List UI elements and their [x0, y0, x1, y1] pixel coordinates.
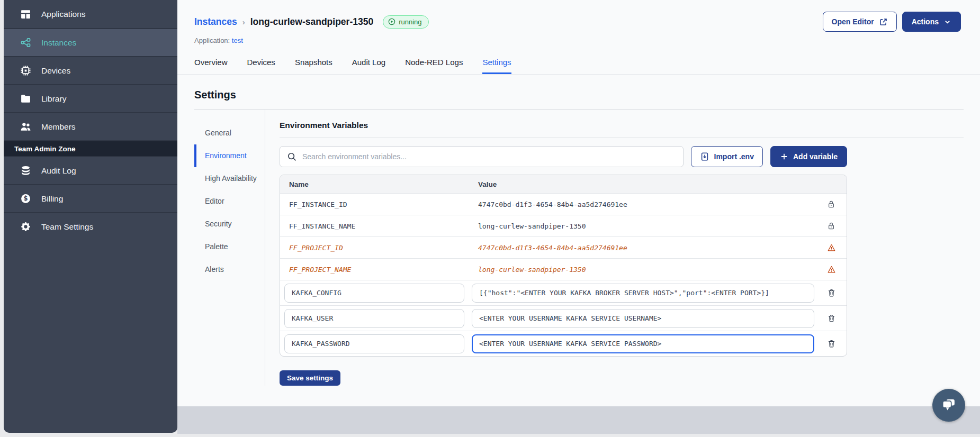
members-icon — [20, 121, 31, 132]
env-var-name: FF_INSTANCE_ID — [280, 201, 469, 208]
table-row: FF_INSTANCE_NAME long-curlew-sandpiper-1… — [280, 215, 847, 236]
column-header-value: Value — [469, 180, 816, 188]
application-link[interactable]: test — [232, 37, 243, 44]
library-folder-icon — [20, 93, 31, 104]
delete-variable-button[interactable] — [826, 287, 837, 298]
tab-audit-log[interactable]: Audit Log — [352, 58, 385, 74]
table-row: FF_PROJECT_ID 4747c0bd-d1f3-4654-84b4-aa… — [280, 236, 847, 258]
env-variables-table: Name Value FF_INSTANCE_ID 4747c0bd-d1f3-… — [280, 175, 847, 357]
application-line: Application: test — [194, 37, 961, 44]
play-circle-icon — [388, 18, 395, 25]
bottom-strip — [177, 406, 980, 434]
actions-button[interactable]: Actions — [902, 12, 961, 32]
sidebar-item-label: Team Settings — [41, 222, 93, 232]
instance-tabs: Overview Devices Snapshots Audit Log Nod… — [177, 44, 980, 75]
env-var-name: FF_PROJECT_ID — [280, 244, 469, 252]
tab-devices[interactable]: Devices — [247, 58, 275, 74]
table-row — [280, 331, 847, 356]
sidebar-item-devices[interactable]: Devices — [4, 56, 177, 84]
sidebar-item-instances[interactable]: Instances — [4, 28, 177, 56]
env-var-value: long-curlew-sandpiper-1350 — [469, 266, 816, 274]
table-row: FF_PROJECT_NAME long-curlew-sandpiper-13… — [280, 258, 847, 280]
env-var-value: long-curlew-sandpiper-1350 — [469, 222, 816, 230]
chat-bubble-icon — [940, 396, 958, 414]
env-var-name-input[interactable] — [284, 309, 464, 328]
tab-settings[interactable]: Settings — [482, 58, 511, 74]
plus-icon — [780, 152, 788, 161]
chevron-down-icon — [943, 18, 951, 26]
env-var-value-input[interactable] — [472, 284, 814, 303]
trash-icon — [827, 314, 836, 323]
env-var-name-input[interactable] — [284, 284, 464, 303]
table-row: FF_INSTANCE_ID 4747c0bd-d1f3-4654-84b4-a… — [280, 193, 847, 215]
open-editor-button[interactable]: Open Editor — [823, 12, 897, 32]
sidebar-item-label: Library — [41, 94, 66, 104]
sidebar-item-audit-log[interactable]: Audit Log — [4, 156, 177, 184]
tab-node-red-logs[interactable]: Node-RED Logs — [405, 58, 463, 74]
tab-overview[interactable]: Overview — [194, 58, 228, 74]
sidebar-item-team-settings[interactable]: Team Settings — [4, 212, 177, 240]
import-env-button[interactable]: Import .env — [691, 146, 763, 167]
env-var-name-input[interactable] — [284, 334, 464, 353]
warning-icon — [816, 265, 847, 274]
sidebar-item-label: Billing — [41, 194, 63, 204]
sidebar: Applications Instances Devices Library M… — [4, 0, 177, 433]
settings-nav-high-availability[interactable]: High Availability — [194, 167, 265, 190]
sidebar-item-label: Audit Log — [41, 166, 76, 176]
sidebar-item-label: Instances — [41, 38, 76, 48]
import-file-icon — [700, 152, 709, 161]
settings-nav-editor[interactable]: Editor — [194, 190, 265, 213]
sidebar-item-label: Devices — [41, 66, 70, 76]
main-content: Instances › long-curlew-sandpiper-1350 r… — [177, 0, 980, 406]
search-icon — [287, 152, 297, 162]
table-row — [280, 280, 847, 305]
gear-icon — [20, 221, 31, 232]
trash-icon — [827, 339, 836, 348]
settings-nav-environment[interactable]: Environment — [194, 144, 265, 167]
search-box — [280, 146, 684, 167]
delete-variable-button[interactable] — [826, 338, 837, 349]
table-header: Name Value — [280, 175, 847, 193]
svg-text:$: $ — [23, 195, 28, 202]
sidebar-item-applications[interactable]: Applications — [4, 0, 177, 28]
save-settings-button[interactable]: Save settings — [280, 370, 340, 386]
column-header-name: Name — [280, 180, 469, 188]
settings-nav-palette[interactable]: Palette — [194, 235, 265, 258]
chat-widget-button[interactable] — [932, 389, 965, 422]
breadcrumb: Instances › long-curlew-sandpiper-1350 — [194, 16, 373, 28]
section-title: Environment Variables — [280, 121, 964, 138]
sidebar-item-members[interactable]: Members — [4, 112, 177, 140]
add-variable-button[interactable]: Add variable — [770, 146, 847, 167]
env-var-name: FF_PROJECT_NAME — [280, 266, 469, 274]
page-title: Settings — [194, 89, 964, 110]
warning-icon — [816, 243, 847, 252]
settings-nav-general[interactable]: General — [194, 122, 265, 144]
env-var-value-input-focused[interactable] — [472, 334, 814, 353]
audit-log-database-icon — [20, 165, 31, 176]
tab-snapshots[interactable]: Snapshots — [295, 58, 332, 74]
table-row — [280, 305, 847, 331]
billing-dollar-icon: $ — [20, 193, 31, 204]
breadcrumb-instances-link[interactable]: Instances — [194, 16, 237, 28]
trash-icon — [827, 288, 836, 297]
settings-nav-alerts[interactable]: Alerts — [194, 258, 265, 281]
instance-header: Instances › long-curlew-sandpiper-1350 r… — [177, 0, 980, 44]
settings-nav-security[interactable]: Security — [194, 213, 265, 235]
env-var-value: 4747c0bd-d1f3-4654-84b4-aa5d274691ee — [469, 244, 816, 252]
lock-icon — [816, 222, 847, 230]
devices-icon — [20, 65, 31, 76]
environment-panel: Environment Variables Import .env — [265, 110, 964, 386]
env-var-name: FF_INSTANCE_NAME — [280, 222, 469, 230]
search-input[interactable] — [302, 152, 676, 161]
env-var-value: 4747c0bd-d1f3-4654-84b4-aa5d274691ee — [469, 201, 816, 208]
delete-variable-button[interactable] — [826, 313, 837, 324]
instance-name: long-curlew-sandpiper-1350 — [250, 16, 373, 28]
env-var-value-input[interactable] — [472, 309, 814, 328]
sidebar-item-billing[interactable]: $ Billing — [4, 184, 177, 212]
sidebar-item-library[interactable]: Library — [4, 84, 177, 112]
sidebar-item-label: Members — [41, 122, 76, 132]
sidebar-item-label: Applications — [41, 10, 86, 19]
applications-icon — [20, 8, 31, 20]
lock-icon — [816, 200, 847, 208]
sidebar-section-team-admin-zone: Team Admin Zone — [4, 140, 177, 156]
